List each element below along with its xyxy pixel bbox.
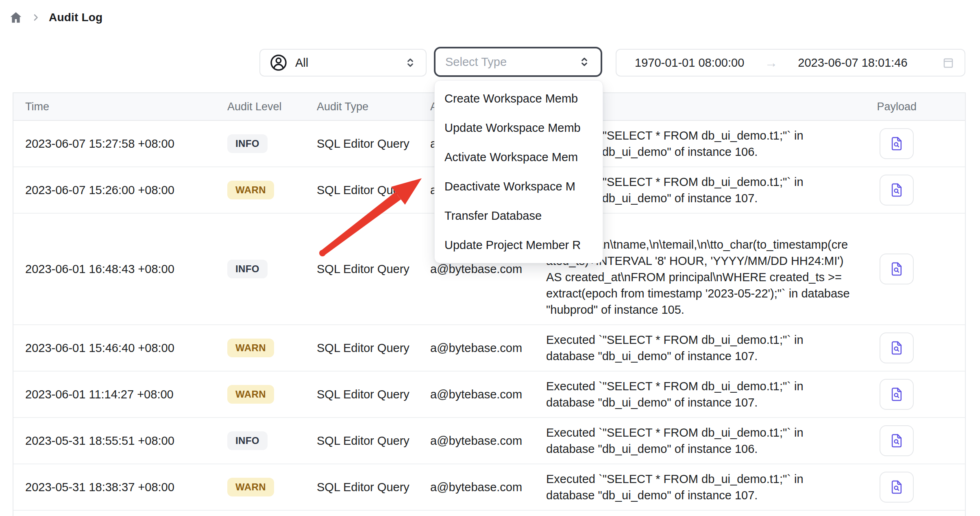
type-filter-placeholder: Select Type: [445, 55, 507, 69]
status-badge: WARN: [227, 385, 274, 404]
header-payload: Payload: [862, 101, 965, 113]
cell-actor: a@bytebase.com: [430, 341, 546, 355]
document-search-icon: [889, 260, 905, 278]
menu-item-activate-workspace-member[interactable]: Activate Workspace Mem: [435, 142, 603, 172]
view-payload-button[interactable]: [880, 175, 914, 206]
cell-time: 2023-06-01 15:46:40 +08:00: [13, 341, 227, 355]
document-search-icon: [889, 135, 905, 153]
type-dropdown-menu: Create Workspace Memb Update Workspace M…: [434, 80, 603, 263]
cell-time: 2023-06-07 15:27:58 +08:00: [13, 137, 227, 151]
cell-audit-type: SQL Editor Query: [317, 481, 430, 494]
cell-time: 2023-05-31 18:55:51 +08:00: [13, 434, 227, 448]
document-search-icon: [889, 432, 905, 450]
view-payload-button[interactable]: [880, 332, 914, 363]
page-title: Audit Log: [49, 11, 102, 24]
cell-time: 2023-06-01 16:48:43 +08:00: [13, 262, 227, 276]
table-row: 2023-06-01 15:46:40 +08:00 WARN SQL Edit…: [13, 325, 965, 372]
cell-audit-type: SQL Editor Query: [317, 137, 430, 151]
chevron-right-icon: [31, 13, 41, 22]
table-row: 2023-06-01 11:14:27 +08:00 WARN SQL Edit…: [13, 372, 965, 418]
actor-filter-value: All: [295, 56, 308, 70]
status-badge: WARN: [227, 181, 274, 199]
date-range-picker[interactable]: 1970-01-01 08:00:00 → 2023-06-07 18:01:4…: [616, 49, 965, 77]
breadcrumb: Audit Log: [9, 11, 102, 24]
table-row: 2023-05-31 18:38:37 +08:00 WARN SQL Edit…: [13, 464, 965, 511]
view-payload-button[interactable]: [880, 379, 914, 410]
cell-comment: Executed `"SELECT * FROM db_ui_demo.t1;"…: [546, 464, 851, 510]
cell-actor: a@bytebase.com: [430, 388, 546, 401]
calendar-icon[interactable]: [942, 56, 955, 69]
menu-item-deactivate-workspace-member[interactable]: Deactivate Workspace M: [435, 172, 603, 201]
status-badge: INFO: [227, 431, 268, 450]
document-search-icon: [889, 181, 905, 199]
status-badge: INFO: [227, 260, 268, 278]
header-audit-type: Audit Type: [317, 101, 430, 113]
cell-audit-type: SQL Editor Query: [317, 262, 430, 276]
status-badge: WARN: [227, 478, 274, 496]
cell-audit-type: SQL Editor Query: [317, 341, 430, 355]
view-payload-button[interactable]: [880, 254, 914, 284]
view-payload-button[interactable]: [880, 128, 914, 159]
menu-item-transfer-database[interactable]: Transfer Database: [435, 201, 603, 230]
cell-comment: Executed `"SELECT * FROM db_ui_demo.t1;"…: [546, 418, 851, 464]
date-range-end[interactable]: 2023-06-07 18:01:46: [798, 56, 907, 70]
select-chevrons-icon: [578, 55, 591, 68]
cell-audit-type: SQL Editor Query: [317, 184, 430, 197]
header-audit-level: Audit Level: [227, 101, 317, 113]
cell-comment: Executed `"SELECT * FROM db_ui_demo.t1;"…: [546, 325, 851, 371]
cell-comment: Executed `"SELECT * FROM db_ui_demo.t1;"…: [546, 372, 851, 417]
cell-audit-type: SQL Editor Query: [317, 388, 430, 401]
range-arrow-icon: →: [764, 56, 777, 69]
view-payload-button[interactable]: [880, 472, 914, 503]
cell-actor: a@bytebase.com: [430, 434, 546, 448]
select-chevrons-icon: [404, 56, 417, 69]
status-badge: INFO: [227, 134, 268, 153]
document-search-icon: [889, 478, 905, 496]
user-circle-icon: [269, 53, 288, 72]
table-row: 2023-05-31 18:55:51 +08:00 INFO SQL Edit…: [13, 418, 965, 464]
menu-item-update-workspace-member[interactable]: Update Workspace Memb: [435, 113, 603, 142]
view-payload-button[interactable]: [880, 425, 914, 456]
cell-time: 2023-06-01 11:14:27 +08:00: [13, 388, 227, 401]
type-filter-select[interactable]: Select Type: [434, 47, 602, 77]
home-icon[interactable]: [9, 11, 23, 24]
cell-actor: a@bytebase.com: [430, 262, 546, 276]
cell-audit-type: SQL Editor Query: [317, 434, 430, 448]
cell-time: 2023-05-31 18:38:37 +08:00: [13, 481, 227, 494]
document-search-icon: [889, 339, 905, 357]
cell-actor: a@bytebase.com: [430, 481, 546, 494]
actor-filter-select[interactable]: All: [259, 49, 427, 77]
menu-item-update-project-member-role[interactable]: Update Project Member R: [435, 230, 603, 260]
header-time: Time: [13, 101, 227, 113]
menu-item-create-workspace-member[interactable]: Create Workspace Memb: [435, 84, 603, 113]
date-range-start[interactable]: 1970-01-01 08:00:00: [635, 56, 744, 70]
status-badge: WARN: [227, 339, 274, 357]
cell-time: 2023-06-07 15:26:00 +08:00: [13, 184, 227, 197]
document-search-icon: [889, 385, 905, 403]
